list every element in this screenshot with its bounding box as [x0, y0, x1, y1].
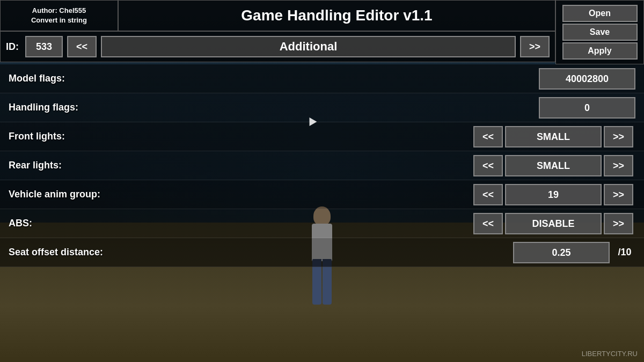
field-label-1: Handling flags: [9, 102, 213, 113]
field-next-btn-2[interactable]: >> [604, 126, 633, 147]
field-prev-btn-5[interactable]: << [473, 213, 503, 234]
field-label-0: Model flags: [9, 73, 213, 84]
field-row: Rear lights:<<SMALL>> [0, 151, 644, 180]
field-suffix-6: /10 [614, 247, 635, 258]
field-label-3: Rear lights: [9, 160, 213, 171]
field-label-2: Front lights: [9, 131, 213, 142]
field-row: Vehicle anim group:<<19>> [0, 180, 644, 209]
field-prev-btn-3[interactable]: << [473, 155, 503, 176]
save-button[interactable]: Save [562, 24, 638, 41]
field-row: Seat offset distance:0.25/10 [0, 238, 644, 267]
field-prev-btn-4[interactable]: << [473, 184, 503, 205]
field-row: Handling flags:0 [0, 93, 644, 122]
author-line1: Author: Chel555 [32, 6, 86, 16]
id-value[interactable]: 533 [25, 36, 63, 57]
field-value-5[interactable]: DISABLE [505, 213, 602, 234]
app-title: Game Handling Editor v1.1 [241, 7, 432, 24]
field-next-btn-4[interactable]: >> [604, 184, 633, 205]
field-value-0[interactable]: 40002800 [539, 68, 635, 90]
apply-button[interactable]: Apply [562, 42, 638, 60]
field-value-3[interactable]: SMALL [505, 155, 602, 176]
field-value-6[interactable]: 0.25 [513, 242, 610, 263]
fields-panel: Model flags:40002800Handling flags:0Fron… [0, 64, 644, 362]
nav-row: ID: 533 << Additional >> [0, 31, 555, 62]
ui-overlay: Author: Chel555 Convert in string Game H… [0, 0, 644, 362]
field-label-5: ABS: [9, 218, 213, 229]
id-label: ID: [6, 41, 19, 53]
author-box: Author: Chel555 Convert in string [0, 0, 118, 31]
section-label: Additional [101, 36, 516, 57]
field-label-6: Seat offset distance: [9, 247, 213, 258]
field-row: Front lights:<<SMALL>> [0, 122, 644, 151]
next-button[interactable]: >> [520, 36, 550, 57]
convert-in-string: Convert in string [31, 16, 87, 25]
top-bar: Author: Chel555 Convert in string Game H… [0, 0, 644, 64]
field-next-btn-3[interactable]: >> [604, 155, 633, 176]
title-box: Game Handling Editor v1.1 [118, 0, 555, 31]
field-next-btn-5[interactable]: >> [604, 213, 633, 234]
field-value-2[interactable]: SMALL [505, 126, 602, 147]
field-row: ABS:<<DISABLE>> [0, 209, 644, 238]
field-prev-btn-2[interactable]: << [473, 126, 503, 147]
field-label-4: Vehicle anim group: [9, 189, 213, 200]
prev-button[interactable]: << [67, 36, 97, 57]
field-value-4[interactable]: 19 [505, 184, 602, 205]
right-buttons-panel: Open Save Apply [555, 0, 644, 64]
field-value-1[interactable]: 0 [539, 97, 635, 119]
field-row: Model flags:40002800 [0, 64, 644, 93]
open-button[interactable]: Open [562, 5, 638, 22]
